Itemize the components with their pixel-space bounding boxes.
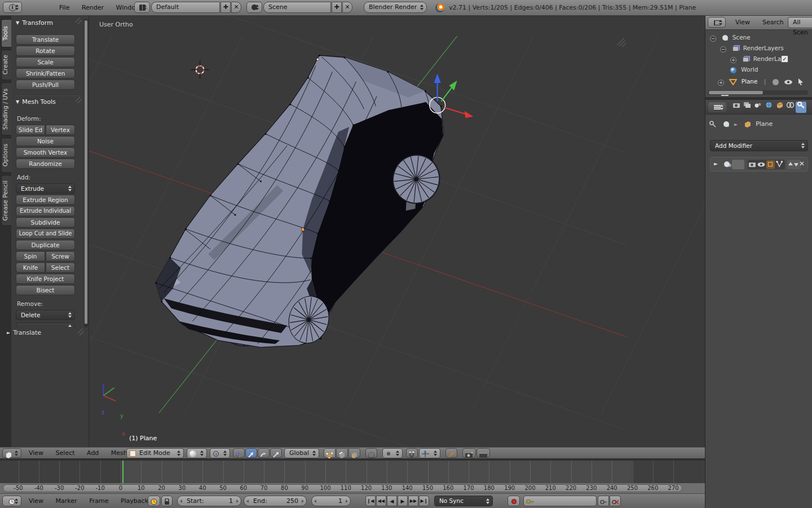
- car-model[interactable]: [155, 55, 445, 348]
- increment-icon[interactable]: [346, 500, 348, 503]
- increment-icon[interactable]: [302, 500, 304, 503]
- bisect-button[interactable]: Bisect: [16, 285, 75, 295]
- frame-start-field[interactable]: Start: 1: [177, 496, 241, 506]
- proportional-edit-dropdown[interactable]: [382, 448, 403, 458]
- auto-keyframe-button[interactable]: [508, 496, 520, 506]
- screen-name-field[interactable]: Default: [151, 2, 220, 13]
- vertex-slide-button[interactable]: Vertex: [46, 125, 75, 135]
- push-pull-button[interactable]: Push/Pull: [16, 80, 75, 90]
- tab-scene[interactable]: [753, 102, 764, 113]
- translate-manipulator-button[interactable]: [245, 448, 257, 458]
- smooth-vertex-button[interactable]: Smooth Vertex: [16, 147, 75, 157]
- properties-editor-button[interactable]: [708, 102, 727, 112]
- duplicate-button[interactable]: Duplicate: [16, 240, 75, 250]
- shading-dropdown[interactable]: [187, 448, 207, 458]
- modifier-move-down-icon[interactable]: [794, 163, 798, 167]
- extrude-dropdown[interactable]: Extrude: [16, 183, 75, 194]
- tab-render-layers[interactable]: [742, 102, 753, 113]
- expand-toggle-icon[interactable]: +: [730, 57, 736, 63]
- render-engine-dropdown[interactable]: Blender Render: [364, 2, 427, 13]
- timeline-menu-view[interactable]: View: [24, 494, 48, 508]
- unselected-vertex[interactable]: [317, 58, 319, 60]
- rotate-manipulator-button[interactable]: [258, 448, 270, 458]
- vertex-select-button[interactable]: [324, 448, 336, 458]
- outliner-row-world[interactable]: World: [730, 64, 758, 75]
- panel-drag-icon[interactable]: [74, 98, 81, 104]
- viewport-menu-add[interactable]: Add: [82, 448, 104, 458]
- current-frame-field[interactable]: 1: [311, 496, 351, 506]
- scene-breadcrumb-icon[interactable]: [723, 121, 729, 127]
- extrude-region-button[interactable]: Extrude Region: [16, 195, 75, 205]
- outliner-filter-dropdown[interactable]: All Scen: [788, 17, 812, 28]
- tab-constraints[interactable]: [785, 102, 796, 113]
- add-screen-button[interactable]: ✚: [220, 2, 231, 13]
- clipped-dropdown[interactable]: [16, 322, 75, 327]
- snap-element-dropdown[interactable]: [419, 448, 440, 458]
- menu-render[interactable]: Render: [77, 0, 109, 15]
- modifier-render-toggle-icon[interactable]: [749, 161, 757, 168]
- tab-modifiers[interactable]: [796, 102, 806, 113]
- manipulator-x-arrow[interactable]: [445, 108, 466, 114]
- scale-button[interactable]: Scale: [16, 57, 75, 67]
- jump-to-start-button[interactable]: ❙◀: [365, 496, 376, 506]
- viewport-canvas[interactable]: [89, 16, 705, 447]
- increment-icon[interactable]: [236, 500, 239, 503]
- outliner-editor-button[interactable]: [708, 17, 726, 28]
- loop-cut-button[interactable]: Loop Cut and Slide: [16, 229, 75, 239]
- viewport-editor-button[interactable]: [2, 448, 21, 458]
- spin-button[interactable]: Spin: [16, 251, 45, 261]
- tab-render[interactable]: [731, 102, 742, 113]
- expand-toggle-icon[interactable]: +: [718, 80, 724, 86]
- slide-edge-button[interactable]: Slide Ed: [16, 125, 45, 135]
- tab-shading-uvs[interactable]: Shading / UVs: [1, 82, 11, 135]
- preview-range-button[interactable]: [148, 496, 160, 506]
- rotate-button[interactable]: Rotate: [16, 46, 75, 56]
- modifier-cage-toggle-icon[interactable]: [776, 161, 783, 168]
- screen-layout-icon-button[interactable]: [134, 2, 150, 13]
- operator-panel-header[interactable]: ►Translate: [7, 329, 41, 336]
- outliner-row-plane[interactable]: + Plane |: [718, 76, 812, 87]
- knife-button[interactable]: Knife: [16, 262, 45, 273]
- delete-scene-button[interactable]: ✕: [342, 2, 352, 13]
- panel-drag-icon[interactable]: [74, 19, 81, 25]
- tab-options[interactable]: Options: [1, 138, 11, 173]
- tab-world[interactable]: [764, 102, 774, 113]
- lock-time-button[interactable]: [161, 496, 173, 506]
- viewport-menu-select[interactable]: Select: [51, 448, 80, 458]
- delete-screen-button[interactable]: ✕: [231, 2, 241, 13]
- viewport-menu-view[interactable]: View: [24, 448, 48, 458]
- scene-icon-button[interactable]: [246, 2, 262, 13]
- noise-button[interactable]: Noise: [16, 136, 75, 146]
- timeline-menu-marker[interactable]: Marker: [51, 494, 82, 508]
- visibility-eye-icon[interactable]: [784, 79, 793, 85]
- scale-manipulator-button[interactable]: [270, 448, 282, 458]
- timeline-editor-button[interactable]: [2, 496, 21, 506]
- decrement-icon[interactable]: [180, 500, 182, 503]
- keying-set-field[interactable]: [523, 496, 597, 506]
- next-keyframe-button[interactable]: ▶▶: [408, 496, 418, 506]
- delete-dropdown[interactable]: Delete: [16, 310, 75, 320]
- play-reverse-button[interactable]: ◀: [387, 496, 397, 506]
- frame-end-field[interactable]: End: 250: [244, 496, 307, 506]
- modifier-name-field[interactable]: [732, 160, 744, 169]
- selected-vertex[interactable]: [302, 228, 304, 231]
- outliner-hscrollbar-thumb[interactable]: [709, 91, 763, 94]
- delete-keyframe-button[interactable]: [610, 496, 621, 506]
- mesh-tools-panel-header[interactable]: ▼Mesh Tools: [16, 98, 56, 106]
- panel-drag-icon[interactable]: [77, 330, 83, 336]
- opengl-render-button[interactable]: [462, 448, 476, 458]
- edge-select-button[interactable]: [336, 448, 348, 458]
- tab-tools[interactable]: Tools: [1, 19, 11, 47]
- tab-object[interactable]: [774, 102, 785, 113]
- outliner-menu-view[interactable]: View: [730, 16, 755, 29]
- tab-grease-pencil[interactable]: Grease Pencil: [1, 175, 11, 226]
- outliner-row-renderlayer[interactable]: + RenderLay: [730, 54, 785, 64]
- modifier-editmode-toggle-icon[interactable]: [766, 160, 775, 169]
- manipulate-origins-button[interactable]: [445, 448, 457, 458]
- collapse-toggle-icon[interactable]: −: [710, 36, 716, 42]
- menu-file[interactable]: File: [54, 0, 74, 15]
- add-modifier-dropdown[interactable]: Add Modifier: [710, 140, 808, 151]
- tool-shelf-scrollbar-thumb[interactable]: [85, 20, 87, 324]
- manipulator-y-arrow[interactable]: [442, 86, 453, 101]
- modifier-delete-icon[interactable]: ✕: [799, 160, 805, 168]
